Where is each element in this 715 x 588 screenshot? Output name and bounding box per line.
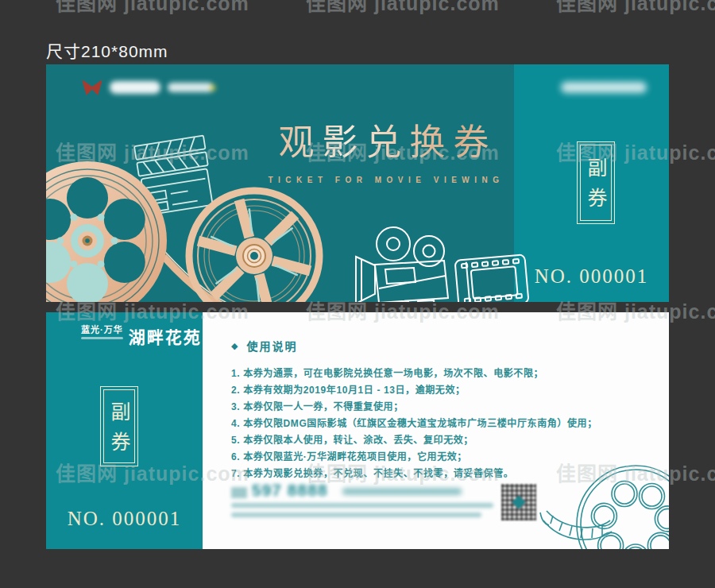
blurred-address-line: [231, 513, 481, 517]
usage-instructions: ◆ 使用说明 1. 本券为通票，可在电影院兑换任意一场电影，场次不限、电影不限；…: [231, 338, 597, 482]
project-logo: 蓝光·万华 湖畔花苑: [81, 325, 202, 348]
stub-label: 副券: [105, 401, 133, 462]
logo-project-name: 湖畔花苑: [129, 324, 202, 348]
watermark: 佳图网 jiatupic.com: [556, 0, 715, 16]
instruction-item: 6. 本券仅限蓝光·万华湖畔花苑项目使用，它用无效；: [231, 449, 597, 466]
blurred-logo-text: [168, 83, 214, 92]
movie-camera-icon: [356, 227, 448, 302]
blurred-phone-icon: [231, 487, 247, 498]
instruction-item: 4. 本券仅限DMG国际影城（红旗区金穗大道宝龙城市广场三楼中厅东南角）使用；: [231, 416, 597, 432]
instruction-item: 5. 本券仅限本人使用，转让、涂改、丢失、复印无效；: [231, 432, 597, 449]
logo-brand-text: 蓝光·万华: [81, 325, 123, 335]
instructions-heading: ◆ 使用说明: [231, 338, 597, 354]
instructions-heading-text: 使用说明: [246, 338, 297, 354]
design-size-label: 尺寸210*80mm: [46, 38, 168, 62]
blurred-logo-text: [110, 81, 160, 94]
blurred-brand-logo-right: [561, 82, 647, 93]
logo-dot: [210, 85, 215, 91]
watermark: 佳图网 jiatupic.com: [306, 0, 500, 16]
voucher-front: 观影兑换券 TICKET FOR MOVIE VIEWING 副券 NO. 00…: [46, 64, 669, 302]
front-stub-label-box: 副券: [580, 145, 612, 221]
blurred-phone-number: 597 8888: [252, 481, 328, 500]
film-reel-icon: [46, 161, 167, 302]
front-serial-number: NO. 000001: [514, 265, 669, 288]
watermark: 佳图网 jiatupic.com: [56, 0, 249, 16]
instruction-item: 2. 本券有效期为2019年10月1日 - 13日，逾期无效；: [231, 382, 597, 399]
voucher-title: 观影兑换券: [227, 114, 540, 165]
qr-code: [501, 484, 536, 520]
blurred-brand-logo-left: [82, 79, 214, 95]
instruction-item: 7. 本券为观影兑换券，不兑现、不挂失、不找零，请妥善保管。: [231, 466, 597, 482]
instruction-item: 1. 本券为通票，可在电影院兑换任意一场电影，场次不限、电影不限；: [231, 366, 597, 382]
film-reel-spoked-icon: [189, 191, 319, 302]
instruction-item: 3. 本券仅限一人一券，不得重复使用；: [231, 399, 597, 416]
voucher-back: 蓝光·万华 湖畔花苑 副券 NO. 000001 ◆ 使用说明 1. 本券为通票…: [46, 312, 669, 549]
diamond-bullet-icon: ◆: [231, 341, 239, 351]
blurred-address-line: [342, 488, 462, 495]
front-title-block: 观影兑换券 TICKET FOR MOVIE VIEWING: [227, 114, 540, 184]
back-stub-label-box: 副券: [103, 389, 135, 463]
voucher-subtitle: TICKET FOR MOVIE VIEWING: [227, 176, 540, 184]
brand-mark-icon: [82, 79, 102, 95]
logo-brand-subtext-blur: [81, 337, 123, 339]
stub-label: 副券: [582, 157, 610, 218]
blurred-address-line: [231, 503, 493, 508]
instructions-list: 1. 本券为通票，可在电影院兑换任意一场电影，场次不限、电影不限； 2. 本券有…: [231, 366, 597, 482]
qr-center-mark: [512, 496, 526, 509]
back-serial-number: NO. 000001: [46, 508, 203, 530]
